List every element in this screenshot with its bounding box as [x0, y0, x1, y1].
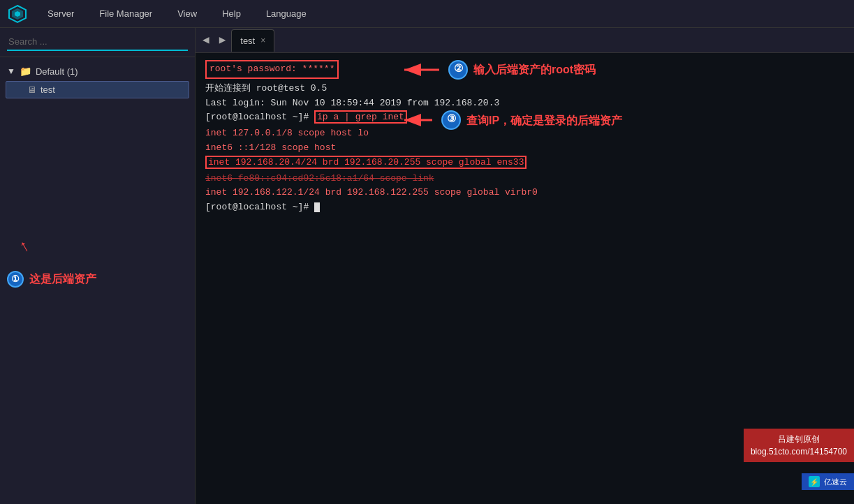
tab-nav-next[interactable]: ▶ — [215, 28, 230, 53]
prompt-end-line: [root@localhost ~]# — [205, 200, 844, 215]
annotation-3-area: ③ 查询IP，确定是登录的后端资产 — [401, 110, 622, 130]
arrow-up-icon: ↑ — [15, 236, 34, 258]
menu-server[interactable]: Server — [42, 6, 80, 22]
tab-test[interactable]: test × — [231, 29, 274, 52]
menu-filemanager[interactable]: File Manager — [94, 6, 158, 22]
menu-view[interactable]: View — [172, 6, 203, 22]
group-label: Default (1) — [36, 66, 78, 77]
inet6-1-line: inet6 ::1/128 scope host — [205, 141, 844, 156]
tab-close-button[interactable]: × — [260, 36, 265, 45]
main-layout: ▼ 📁 Default (1) 🖥 test ① 这是后端资产 ↑ ◀ ▶ te… — [0, 28, 854, 504]
menu-language[interactable]: Language — [260, 6, 312, 22]
app-logo — [7, 3, 28, 24]
sidebar-item-test[interactable]: 🖥 test — [6, 81, 189, 98]
tab-bar: ◀ ▶ test × — [196, 28, 854, 53]
prompt-prefix: [root@localhost ~]# — [205, 112, 309, 122]
menu-bar: Server File Manager View Help Language — [0, 0, 854, 28]
tab-nav-prev[interactable]: ◀ — [198, 28, 214, 53]
step-number-3: ③ — [441, 110, 461, 130]
menu-help[interactable]: Help — [216, 6, 246, 22]
annotation-1-text: 这是后端资产 — [29, 272, 96, 287]
watermark-brand: ⚡ 亿速云 — [802, 473, 854, 490]
inet2-highlight: inet 192.168.20.4/24 brd 192.168.20.255 … — [205, 156, 527, 169]
watermark-author: 吕建钊原创 blog.51cto.com/14154700 — [744, 429, 854, 462]
step-number-2: ② — [448, 60, 468, 80]
server-icon: 🖥 — [27, 84, 36, 95]
arrow-left-2-icon — [401, 112, 436, 128]
tab-label: test — [240, 36, 255, 46]
login-line: Last login: Sun Nov 10 18:59:44 2019 fro… — [205, 96, 844, 111]
search-box — [0, 28, 195, 57]
chevron-down-icon: ▼ — [7, 66, 15, 76]
cursor — [314, 202, 320, 212]
cmd-highlight: ip a | grep inet — [314, 110, 407, 124]
annotation-2-text: 输入后端资产的root密码 — [473, 61, 596, 79]
arrow-left-icon — [401, 61, 443, 78]
sidebar: ▼ 📁 Default (1) 🖥 test ① 这是后端资产 ↑ — [0, 28, 196, 504]
item-label: test — [41, 84, 55, 95]
search-input[interactable] — [7, 34, 188, 51]
tree-area: ▼ 📁 Default (1) 🖥 test ① 这是后端资产 ↑ — [0, 57, 195, 504]
inet6-2-line: inet6 fe80::c94:cd92:5c18:a1/64 scope li… — [205, 172, 844, 186]
brand-icon: ⚡ — [809, 476, 820, 487]
password-line: root's password: ****** ② 输入后端资产的root密码 — [205, 60, 844, 79]
tree-group-default[interactable]: ▼ 📁 Default (1) — [0, 63, 195, 80]
annotation-3-text: 查询IP，确定是登录的后端资产 — [466, 112, 622, 130]
annotation-1: ① 这是后端资产 — [7, 271, 96, 288]
connect-line: 开始连接到 root@test 0.5 — [205, 82, 844, 96]
annotation-2-area: ② 输入后端资产的root密码 — [401, 60, 596, 80]
password-highlight: root's password: ****** — [205, 60, 339, 79]
cmd-line-area: [root@localhost ~]# ip a | grep inet ③ 查… — [205, 110, 844, 125]
folder-icon: 📁 — [20, 66, 31, 77]
inet3-line: inet 192.168.122.1/24 brd 192.168.122.25… — [205, 186, 844, 200]
inet2-line: inet 192.168.20.4/24 brd 192.168.20.255 … — [205, 156, 844, 170]
step-number-1: ① — [7, 271, 24, 288]
